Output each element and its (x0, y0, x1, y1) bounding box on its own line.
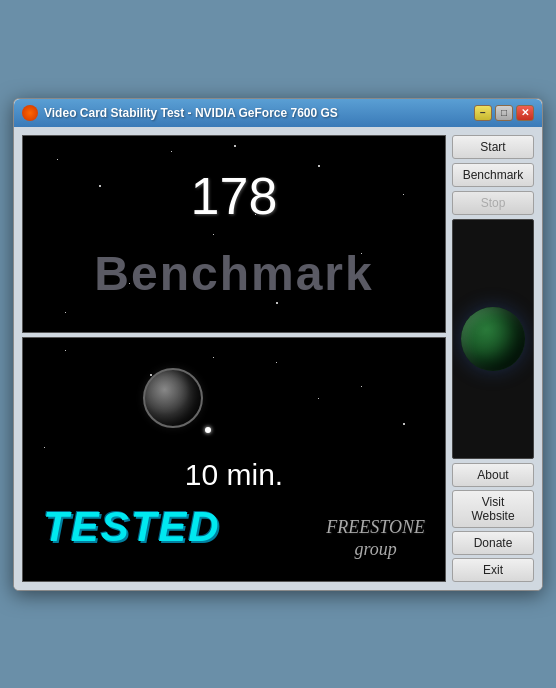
time-counter: 10 min. (185, 458, 283, 492)
star (318, 398, 319, 399)
star (57, 159, 58, 160)
star (171, 151, 172, 152)
sidebar: Start Benchmark Stop About Visit Website… (452, 135, 534, 582)
frame-counter: 178 (191, 166, 278, 226)
earth-globe (461, 307, 525, 371)
maximize-button[interactable]: □ (495, 105, 513, 121)
exit-button[interactable]: Exit (452, 558, 534, 582)
top-canvas: 178 Benchmark (22, 135, 446, 333)
star (213, 357, 214, 358)
earth-display (452, 219, 534, 459)
star (65, 312, 66, 313)
moon-object (143, 368, 203, 428)
donate-button[interactable]: Donate (452, 531, 534, 555)
benchmark-button[interactable]: Benchmark (452, 163, 534, 187)
star (276, 302, 278, 304)
about-button[interactable]: About (452, 463, 534, 487)
close-button[interactable]: ✕ (516, 105, 534, 121)
star (99, 185, 101, 187)
moon-sphere (143, 368, 203, 428)
visit-website-button[interactable]: Visit Website (452, 490, 534, 528)
title-bar-left: Video Card Stability Test - NVIDIA GeFor… (22, 105, 338, 121)
star (361, 386, 362, 387)
app-icon (22, 105, 38, 121)
tested-label: TESTED (43, 503, 221, 551)
main-content: 178 Benchmark 10 (14, 127, 542, 590)
star (403, 194, 404, 195)
window-controls: − □ ✕ (474, 105, 534, 121)
star (403, 423, 405, 425)
canvas-area: 178 Benchmark 10 (22, 135, 446, 582)
star (65, 350, 66, 351)
stop-button[interactable]: Stop (452, 191, 534, 215)
star (44, 447, 45, 448)
bottom-buttons: About Visit Website Donate Exit (452, 463, 534, 582)
benchmark-watermark: Benchmark (94, 246, 373, 301)
star (213, 234, 214, 235)
star (234, 145, 236, 147)
freestone-branding: FREESTONE group (326, 517, 425, 560)
star (318, 165, 320, 167)
title-bar: Video Card Stability Test - NVIDIA GeFor… (14, 99, 542, 127)
moon-dot (205, 427, 211, 433)
start-button[interactable]: Start (452, 135, 534, 159)
main-window: Video Card Stability Test - NVIDIA GeFor… (13, 98, 543, 591)
bottom-canvas: 10 min. TESTED FREESTONE group (22, 337, 446, 582)
freestone-line2: group (326, 539, 425, 561)
window-title: Video Card Stability Test - NVIDIA GeFor… (44, 106, 338, 120)
freestone-line1: FREESTONE (326, 517, 425, 539)
star (276, 362, 277, 363)
minimize-button[interactable]: − (474, 105, 492, 121)
